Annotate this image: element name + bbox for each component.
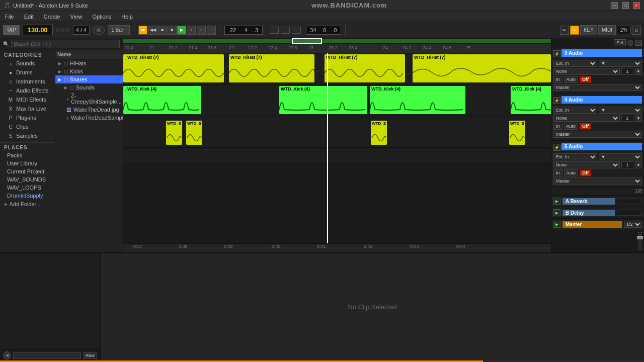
loop-region[interactable] bbox=[292, 38, 322, 44]
clip[interactable]: WTD_S bbox=[509, 121, 525, 145]
ch3-none-select[interactable]: None bbox=[553, 68, 620, 75]
list-item[interactable]: ▶ □ Kicks bbox=[55, 67, 123, 75]
delay-play-btn[interactable]: ▶ bbox=[553, 209, 560, 216]
ch3-master-select[interactable]: Master bbox=[553, 84, 642, 91]
prev-button[interactable]: ◀◀ bbox=[148, 26, 157, 35]
sidebar-item-drumkitsupply[interactable]: DrumkitSupply bbox=[0, 192, 55, 200]
clip[interactable]: WTD_Kick (4) bbox=[279, 86, 367, 114]
list-item[interactable]: ▶ □ Snares bbox=[55, 75, 123, 83]
ch4-off-btn[interactable]: Off bbox=[580, 123, 591, 130]
raw-button[interactable]: Raw bbox=[83, 352, 97, 359]
search-input[interactable] bbox=[11, 40, 120, 48]
sidebar-item-wav-loops[interactable]: WAV_LOOPS bbox=[0, 184, 55, 192]
menu-options[interactable]: Options bbox=[90, 13, 113, 21]
clip[interactable]: _WTD_HiHat (7) bbox=[123, 54, 224, 82]
reverb-name[interactable]: A Reverb bbox=[562, 198, 615, 205]
sidebar-item-sounds[interactable]: ♪ Sounds bbox=[0, 59, 55, 68]
clip[interactable]: WTD_HiHat (7) bbox=[325, 54, 405, 82]
time-sig-display[interactable]: 4 / 4 bbox=[73, 26, 90, 35]
delay-name[interactable]: B Delay bbox=[562, 210, 615, 216]
ch5-in-select[interactable]: ▼ bbox=[599, 153, 642, 160]
ch3-power[interactable]: ⚡ bbox=[553, 50, 560, 57]
sidebar-item-audio-effects[interactable]: ~ Audio Effects bbox=[0, 86, 55, 95]
clip[interactable]: WTD_HiHat (7) bbox=[229, 54, 314, 82]
sidebar-item-drums[interactable]: ● Drums bbox=[0, 68, 55, 77]
sidebar-item-max-for-live[interactable]: X Max for Live bbox=[0, 104, 55, 113]
pos-sub[interactable]: 3 bbox=[252, 27, 261, 33]
ch5-ext-in-select[interactable]: Ext. In bbox=[553, 153, 597, 160]
clip[interactable]: WTD_HiHat (7) bbox=[413, 54, 551, 82]
close-button[interactable]: ✕ bbox=[633, 2, 640, 9]
clip[interactable]: WTD_S bbox=[186, 121, 202, 145]
ch4-name[interactable]: 4 Audio bbox=[561, 96, 642, 104]
list-item[interactable]: ▶ □ HiHats bbox=[55, 59, 123, 67]
loop-start[interactable]: 34 bbox=[307, 27, 318, 33]
master-ratio-select[interactable]: 1/2 bbox=[624, 221, 642, 228]
ch4-in-btn[interactable]: In bbox=[553, 123, 562, 130]
ch4-auto-btn[interactable]: Auto bbox=[564, 123, 579, 130]
clip[interactable]: WTD_S bbox=[371, 121, 387, 145]
ch3-in-select[interactable]: ▼ bbox=[599, 60, 642, 67]
menu-edit[interactable]: Edit bbox=[22, 13, 36, 21]
clip[interactable]: WTD_Kick (4) bbox=[511, 86, 551, 114]
ch3-name[interactable]: 3 Audio bbox=[561, 49, 642, 57]
clip-name-input[interactable] bbox=[13, 352, 81, 359]
add-folder-button[interactable]: + Add Folder... bbox=[0, 200, 55, 209]
ch4-power[interactable]: ⚡ bbox=[553, 97, 560, 104]
ch4-none-select[interactable]: None bbox=[553, 115, 620, 122]
sidebar-item-midi-effects[interactable]: M MIDI Effects bbox=[0, 95, 55, 104]
mini-back-button[interactable]: ◀ bbox=[3, 351, 11, 359]
pos-beat[interactable]: 4 bbox=[242, 27, 251, 33]
tap-button[interactable]: TAP bbox=[3, 25, 20, 35]
menu-view[interactable]: View bbox=[68, 13, 85, 21]
ch4-in-select[interactable]: ▼ bbox=[599, 107, 642, 114]
punch-out-button[interactable]: → bbox=[207, 26, 216, 35]
detail-toggle[interactable]: D bbox=[632, 26, 641, 35]
clip[interactable]: WTD_Kick (4) bbox=[370, 86, 465, 114]
punch-in-button[interactable]: ↔ bbox=[197, 26, 206, 35]
clip[interactable]: _WTD_Kick (4) bbox=[123, 86, 201, 114]
ch3-ext-in-select[interactable]: Ext. In bbox=[553, 60, 597, 67]
ch5-auto-btn[interactable]: Auto bbox=[564, 169, 579, 176]
ch5-in-btn[interactable]: In bbox=[553, 169, 562, 176]
pencil-icon[interactable]: ✏ bbox=[560, 26, 569, 35]
clip[interactable]: WTD_S bbox=[166, 121, 182, 145]
master-name[interactable]: Master bbox=[562, 221, 622, 228]
ch3-off-btn[interactable]: Off bbox=[580, 76, 591, 83]
ch5-master-select[interactable]: Master bbox=[553, 177, 642, 185]
play-button[interactable]: ▶ bbox=[177, 26, 186, 35]
stop-button2[interactable]: ■ bbox=[168, 26, 177, 35]
list-item[interactable]: ♪ WakeTheDeadSampl... bbox=[55, 114, 123, 122]
ch5-none-select[interactable]: None bbox=[553, 161, 620, 168]
menu-help[interactable]: Help bbox=[119, 13, 135, 21]
sidebar-item-packs[interactable]: Packs bbox=[0, 151, 55, 159]
loop-button[interactable]: ⇄ bbox=[138, 26, 147, 35]
sidebar-item-user-library[interactable]: User Library bbox=[0, 159, 55, 167]
ch5-power[interactable]: ⚡ bbox=[553, 144, 560, 151]
bpm-display[interactable]: 130.00 bbox=[23, 25, 53, 35]
highlight-icon[interactable]: ■ bbox=[570, 26, 579, 35]
sidebar-item-current-project[interactable]: Current Project bbox=[0, 167, 55, 175]
ch3-auto-btn[interactable]: Auto bbox=[564, 76, 579, 83]
maximize-button[interactable]: □ bbox=[622, 2, 629, 9]
sidebar-item-clips[interactable]: C Clips bbox=[0, 122, 55, 131]
ch4-master-select[interactable]: Master bbox=[553, 131, 642, 138]
sidebar-item-plugins[interactable]: P Plug-ins bbox=[0, 113, 55, 122]
list-item[interactable]: 🖼 WakeTheDead.jpg bbox=[55, 106, 123, 114]
loop-len[interactable]: 0 bbox=[331, 27, 340, 33]
record-button[interactable]: + bbox=[187, 26, 196, 35]
window-controls[interactable]: ─ □ ✕ bbox=[611, 2, 640, 9]
menu-create[interactable]: Create bbox=[42, 13, 62, 21]
master-play-btn[interactable]: ▶ bbox=[553, 221, 560, 228]
ch4-ext-in-select[interactable]: Ext. In bbox=[553, 107, 597, 114]
list-item[interactable]: ▶ □ Sounds bbox=[55, 83, 123, 92]
sidebar-item-instruments[interactable]: ♫ Instruments bbox=[0, 77, 55, 86]
midi-button[interactable]: MIDI bbox=[598, 25, 616, 35]
loop-end[interactable]: 0 bbox=[320, 27, 329, 33]
sidebar-item-wav-sounds[interactable]: WAV_SOUNDS bbox=[0, 175, 55, 184]
minimize-button[interactable]: ─ bbox=[611, 2, 618, 9]
bar-selector[interactable]: 1 Bar bbox=[108, 25, 130, 35]
list-item[interactable]: ♪ Z-CreepyShitSample... bbox=[55, 92, 123, 106]
set-button[interactable]: Set bbox=[614, 39, 626, 46]
stop-button[interactable]: ■ bbox=[158, 26, 167, 35]
